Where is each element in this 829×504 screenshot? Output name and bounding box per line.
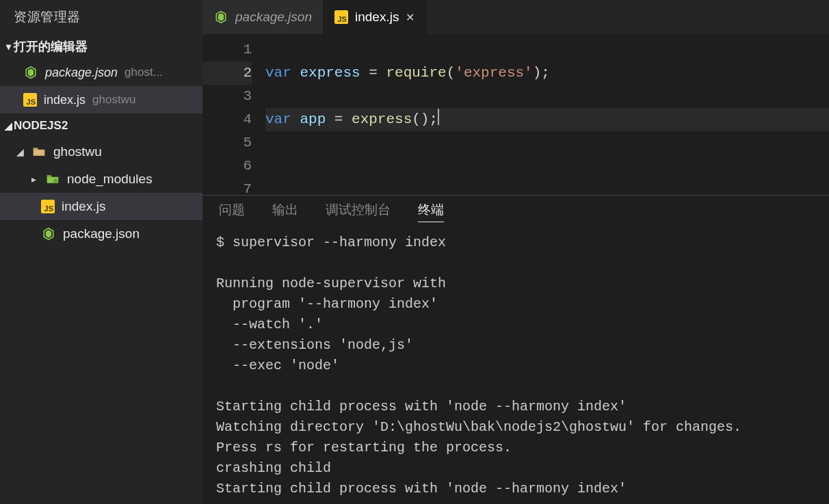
explorer-sidebar: 资源管理器 ▾ 打开的编辑器 package.json ghost... JS … [0,0,202,504]
tree-folder[interactable]: ◢ ghostwu [0,138,202,165]
open-editor-item[interactable]: package.json ghost... [0,59,202,86]
line-number: 5 [202,131,252,155]
code-token: var [265,65,291,81]
panel-tab-terminal[interactable]: 终端 [418,201,444,222]
tree-file-name: package.json [63,226,140,241]
panel-tab-problems[interactable]: 问题 [219,201,245,222]
code-editor[interactable]: 1 2 3 4 5 6 7 var express = require('exp… [202,34,829,195]
tree-folder-name: ghostwu [53,144,102,159]
tree-file-name: index.js [62,199,105,214]
line-number: 3 [202,85,252,108]
nodejs-icon [213,10,228,25]
tab-label: package.json [235,10,312,25]
open-editor-item[interactable]: JS index.js ghostwu [0,86,202,114]
code-token: express [352,111,412,127]
line-number: 1 [202,38,252,62]
tab-label: index.js [355,10,399,25]
open-editor-dir: ghostwu [92,93,135,107]
chevron-down-icon: ▾ [3,41,14,52]
close-icon[interactable]: ✕ [406,11,415,24]
panel-tab-bar: 问题 输出 调试控制台 终端 [202,196,829,227]
tab-bar: package.json JS index.js ✕ [202,0,829,34]
open-editor-filename: index.js [44,93,85,107]
js-icon: JS [41,200,55,213]
js-icon: JS [23,93,37,107]
text-cursor [438,109,439,125]
node-modules-folder-icon [45,172,60,187]
open-editor-dir: ghost... [124,66,163,79]
tab-package-json[interactable]: package.json [202,0,324,34]
bottom-panel: 问题 输出 调试控制台 终端 $ supervisor --harmony in… [202,195,829,504]
svg-point-0 [53,178,58,183]
project-name: NODEJS2 [14,119,68,133]
open-editor-filename: package.json [45,66,118,80]
code-token: require [386,65,446,81]
code-content[interactable]: var express = require('express'); var ap… [265,38,829,195]
tree-file[interactable]: package.json [0,220,202,248]
chevron-down-icon: ◢ [15,146,25,157]
open-editors-header[interactable]: ▾ 打开的编辑器 [0,34,202,59]
code-token: 'express' [455,65,532,81]
editor-area: package.json JS index.js ✕ 1 2 3 4 5 6 7… [202,0,829,504]
folder-open-icon [31,144,47,159]
tree-file[interactable]: JS index.js [0,193,202,220]
js-icon: JS [334,10,348,24]
line-number: 2 [202,62,252,85]
tree-folder[interactable]: ▸ node_modules [0,165,202,193]
line-number: 6 [202,155,252,178]
line-gutter: 1 2 3 4 5 6 7 [202,38,265,195]
code-token: var [265,111,291,127]
line-number: 7 [202,178,252,195]
nodejs-icon [23,65,38,80]
terminal-output[interactable]: $ supervisor --harmony index Running nod… [202,227,829,504]
project-root-header[interactable]: ◢ NODEJS2 [0,114,202,138]
explorer-title: 资源管理器 [0,0,202,34]
panel-tab-debug-console[interactable]: 调试控制台 [326,201,391,222]
chevron-down-icon: ◢ [3,120,14,131]
tab-index-js[interactable]: JS index.js ✕ [324,0,427,34]
tree-folder-name: node_modules [67,172,153,187]
nodejs-icon [41,226,56,241]
panel-tab-output[interactable]: 输出 [272,201,298,222]
chevron-right-icon: ▸ [29,174,38,185]
open-editors-label: 打开的编辑器 [14,38,88,55]
code-token: express [300,65,360,81]
code-token: app [300,111,326,127]
line-number: 4 [202,108,252,131]
